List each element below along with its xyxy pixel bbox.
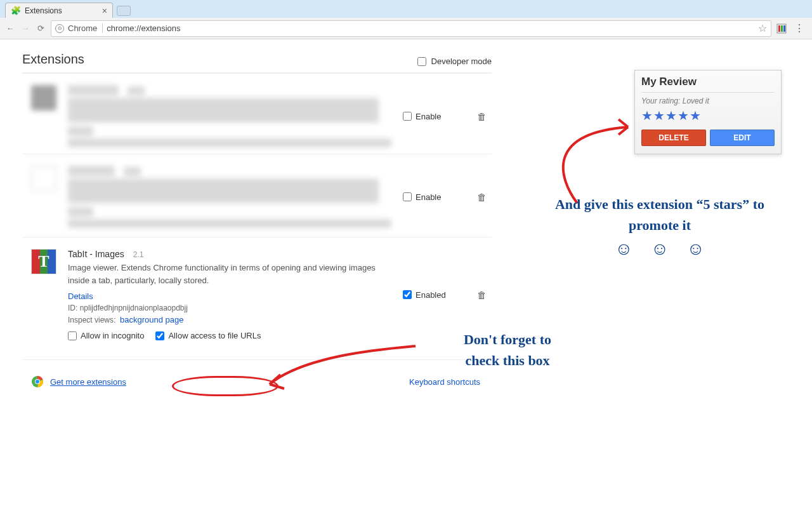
details-link[interactable]: Details — [68, 291, 93, 301]
chrome-logo-icon — [31, 375, 44, 388]
extension-row: Speed Dial 23.2.0 Speed Dial 2 is ultima… — [22, 73, 492, 147]
get-more-extensions-link[interactable]: Get more extensions — [50, 377, 126, 387]
allow-file-urls-label: Allow access to file URLs — [168, 331, 261, 340]
id-value: nplijdfedhjnpnijdnaionplaaopdbjj — [80, 304, 188, 312]
enable-checkbox[interactable] — [403, 112, 412, 121]
extension-row: SourceFiles1.2.0 This extension helps yo… — [22, 154, 492, 228]
svg-point-6 — [36, 380, 39, 384]
developer-mode-label: Developer mode — [431, 57, 492, 66]
bookmark-icon[interactable]: ☆ — [758, 22, 767, 34]
site-chip: Chrome — [68, 23, 103, 33]
review-card: My Review Your rating: Loved it ★★★★★ DE… — [634, 70, 782, 154]
review-title: My Review — [641, 76, 775, 88]
extension-name: TabIt - Images — [68, 249, 124, 259]
enable-label: Enable — [416, 112, 441, 121]
trash-icon[interactable]: 🗑 — [477, 290, 487, 300]
star-rating[interactable]: ★★★★★ — [641, 108, 775, 123]
allow-incognito-label: Allow in incognito — [81, 331, 144, 340]
browser-tab[interactable]: 🧩 Extensions × — [5, 3, 113, 18]
extension-icon — [31, 85, 56, 110]
url-text: chrome://extensions — [107, 23, 754, 33]
id-label: ID: — [68, 304, 77, 312]
menu-icon[interactable]: ⋮ — [792, 22, 807, 34]
extension-description: Image viewer. Extends Chrome functionali… — [68, 262, 379, 286]
edit-button[interactable]: EDIT — [710, 130, 775, 146]
toolbar: ← → ⟳ ⊙ Chrome chrome://extensions ☆ ⋮ — [0, 18, 812, 39]
enabled-checkbox[interactable] — [403, 290, 412, 299]
annotation-text: Don't forget tocheck this box — [419, 329, 596, 371]
extension-icon: T — [31, 249, 56, 274]
close-icon[interactable]: × — [102, 6, 107, 16]
review-subtitle: Your rating: Loved it — [641, 97, 775, 105]
back-icon[interactable]: ← — [5, 23, 15, 33]
trash-icon[interactable]: 🗑 — [477, 192, 487, 203]
enable-checkbox[interactable] — [403, 192, 412, 201]
puzzle-icon: 🧩 — [11, 6, 21, 15]
tab-strip: 🧩 Extensions × — [0, 0, 812, 18]
inspect-link[interactable]: background page — [120, 315, 183, 324]
extension-toolbar-icon[interactable] — [776, 23, 787, 34]
extension-version: 2.1 — [133, 250, 144, 259]
reload-icon[interactable]: ⟳ — [36, 23, 46, 33]
keyboard-shortcuts-link[interactable]: Keyboard shortcuts — [409, 377, 480, 387]
svg-rect-2 — [781, 25, 783, 32]
svg-rect-3 — [783, 25, 785, 32]
delete-button[interactable]: DELETE — [641, 130, 706, 146]
allow-incognito-checkbox[interactable] — [68, 331, 77, 340]
developer-mode-checkbox[interactable] — [417, 57, 426, 66]
allow-file-urls-checkbox[interactable] — [155, 331, 164, 340]
site-icon: ⊙ — [55, 24, 64, 33]
trash-icon[interactable]: 🗑 — [477, 111, 487, 122]
inspect-label: Inspect views: — [68, 316, 115, 324]
forward-icon[interactable]: → — [20, 23, 30, 33]
omnibox[interactable]: ⊙ Chrome chrome://extensions ☆ — [51, 20, 771, 37]
extension-icon — [31, 166, 56, 191]
new-tab-button[interactable] — [117, 6, 131, 16]
enable-label: Enable — [416, 192, 441, 202]
annotation-text: And give this extension “5 stars” to pro… — [533, 194, 787, 262]
svg-rect-1 — [778, 25, 780, 32]
extension-row-tabit: T TabIt - Images 2.1 Image viewer. Exten… — [22, 237, 492, 340]
tab-title: Extensions — [25, 6, 62, 15]
enabled-label: Enabled — [416, 290, 446, 300]
